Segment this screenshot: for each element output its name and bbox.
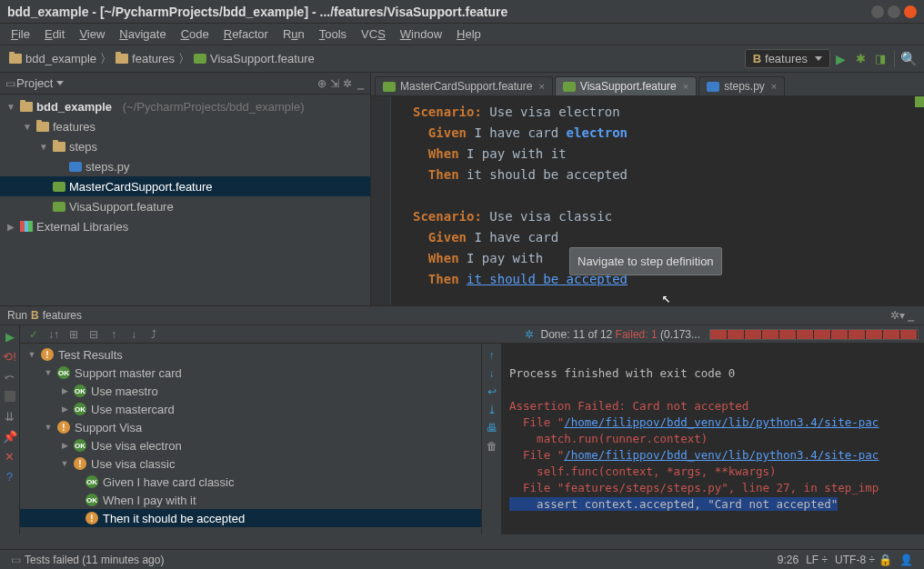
close-icon[interactable]: ✕ xyxy=(3,449,17,464)
clear-icon[interactable]: 🗑 xyxy=(486,440,498,453)
hide-icon[interactable]: ⎯ xyxy=(904,309,917,322)
close-button[interactable] xyxy=(904,5,917,18)
menu-file[interactable]: File xyxy=(5,25,35,43)
tree-node-visa[interactable]: VisaSupport.feature xyxy=(0,196,370,216)
help-icon[interactable]: ? xyxy=(3,469,17,484)
test-toolbar: ✓ ↓↑ ⊞ ⊟ ↑ ↓ ⤴ ✲ Done: 11 of 12 Failed: … xyxy=(20,325,924,344)
project-panel-title: Project xyxy=(16,76,53,90)
menu-view[interactable]: View xyxy=(74,25,110,43)
tree-node-features[interactable]: ▼features xyxy=(0,116,370,136)
expand-all-icon[interactable]: ⊞ xyxy=(65,326,82,343)
pin-icon[interactable]: 📌 xyxy=(3,429,17,444)
menu-code[interactable]: Code xyxy=(176,25,215,43)
sort-icon[interactable]: ↓↑ xyxy=(45,326,62,343)
run-panel-header[interactable]: RunBfeatures ✲▾ ⎯ xyxy=(0,305,924,325)
breadcrumb[interactable]: features xyxy=(112,50,178,67)
caret-position[interactable]: 9:26 xyxy=(778,554,798,566)
file-encoding[interactable]: UTF-8 ÷ xyxy=(835,554,875,566)
menu-refactor[interactable]: Refactor xyxy=(218,25,274,43)
collapse-all-icon[interactable]: ⊟ xyxy=(85,326,102,343)
maximize-button[interactable] xyxy=(888,5,900,18)
breadcrumb[interactable]: bdd_example xyxy=(5,50,100,67)
close-icon[interactable]: × xyxy=(538,81,544,92)
search-icon[interactable]: 🔍 xyxy=(900,51,917,67)
chevron-down-icon[interactable] xyxy=(56,81,64,85)
breadcrumb[interactable]: VisaSupport.feature xyxy=(190,50,318,67)
test-tree[interactable]: ▼!Test Results ▼OKSupport master card ▶O… xyxy=(20,344,482,534)
close-icon[interactable]: × xyxy=(771,81,777,92)
run-panel: ▶ ⟲! ⤺ ⇊ 📌 ✕ ? ✓ ↓↑ ⊞ ⊟ ↑ ↓ ⤴ ✲ Done: 11… xyxy=(0,325,924,534)
status-message: Tests failed (11 minutes ago) xyxy=(25,554,164,566)
gear-icon[interactable]: ✲ xyxy=(521,326,537,343)
down-icon[interactable]: ↓ xyxy=(486,367,498,380)
scroll-from-source-icon[interactable]: ⊕ xyxy=(316,77,328,90)
test-node[interactable]: OKWhen I pay with it xyxy=(20,491,481,509)
prev-failed-icon[interactable]: ↑ xyxy=(105,326,122,343)
console-toolbar: ↑ ↓ ↩ ⤓ 🖶 🗑 xyxy=(482,344,502,534)
debug-button[interactable]: ✱ xyxy=(852,51,869,67)
code-editor[interactable]: Scenario: Use visa electron Given I have… xyxy=(371,96,924,305)
wrap-icon[interactable]: ↩ xyxy=(486,385,498,398)
dump-icon[interactable]: ⇊ xyxy=(3,409,17,424)
editor-gutter xyxy=(371,96,391,305)
up-icon[interactable]: ↑ xyxy=(486,349,498,362)
chevron-down-icon xyxy=(815,56,822,61)
test-node[interactable]: ▼!Support Visa xyxy=(20,418,481,436)
test-node[interactable]: OKGiven I have card classic xyxy=(20,473,481,491)
tree-node-root[interactable]: ▼bdd_example (~/PycharmProjects/bdd_exam… xyxy=(0,96,370,116)
tree-node-mastercard[interactable]: MasterCardSupport.feature xyxy=(0,176,370,196)
settings-icon[interactable]: ✲ xyxy=(341,77,354,90)
menu-help[interactable]: Help xyxy=(451,25,487,43)
run-config-selector[interactable]: Bfeatures xyxy=(745,49,830,68)
tab-visa[interactable]: VisaSupport.feature× xyxy=(555,76,697,95)
status-icon[interactable]: ▭ xyxy=(11,554,21,566)
hide-passed-icon[interactable]: ✓ xyxy=(25,326,42,343)
scroll-to-end-icon[interactable]: ⤓ xyxy=(486,404,498,416)
gear-icon[interactable]: ✲▾ xyxy=(891,309,904,322)
test-node[interactable]: ▶OKUse maestro xyxy=(20,382,481,400)
project-panel: ▭ Project ⊕ ⇲ ✲ ⎯ ▼bdd_example (~/Pychar… xyxy=(0,73,371,305)
close-icon[interactable]: × xyxy=(683,81,688,92)
menu-navigate[interactable]: Navigate xyxy=(114,25,171,43)
lock-icon[interactable]: 🔒 xyxy=(879,554,892,566)
progress-bar xyxy=(709,329,919,340)
rerun-icon[interactable]: ▶ xyxy=(3,329,17,344)
coverage-button[interactable]: ◨ xyxy=(872,51,889,67)
menu-edit[interactable]: Edit xyxy=(39,25,70,43)
collapse-all-icon[interactable]: ⇲ xyxy=(328,77,341,90)
project-tree[interactable]: ▼bdd_example (~/PycharmProjects/bdd_exam… xyxy=(0,95,370,238)
export-icon[interactable]: ⤴ xyxy=(146,326,162,343)
inspector-icon[interactable]: 👤 xyxy=(899,554,913,566)
test-node[interactable]: ▶OKUse mastercard xyxy=(20,400,481,418)
menu-tools[interactable]: Tools xyxy=(314,25,352,43)
print-icon[interactable]: 🖶 xyxy=(486,422,498,434)
test-node[interactable]: ▶OKUse visa electron xyxy=(20,436,481,454)
tab-mastercard[interactable]: MasterCardSupport.feature× xyxy=(375,76,553,95)
menu-run[interactable]: Run xyxy=(277,25,310,43)
stop-icon[interactable] xyxy=(5,391,15,402)
next-failed-icon[interactable]: ↓ xyxy=(126,326,142,343)
run-side-toolbar: ▶ ⟲! ⤺ ⇊ 📌 ✕ ? xyxy=(0,325,20,534)
test-node[interactable]: ▼!Use visa classic xyxy=(20,454,481,473)
tab-steps[interactable]: steps.py× xyxy=(698,76,785,95)
run-button[interactable]: ▶ xyxy=(832,51,849,67)
rerun-failed-icon[interactable]: ⟲! xyxy=(3,349,17,364)
tree-node-steps[interactable]: ▼steps xyxy=(0,136,370,156)
tree-node-external[interactable]: ▶External Libraries xyxy=(0,216,370,236)
library-icon xyxy=(20,221,33,232)
console-output[interactable]: Process finished with exit code 0 Assert… xyxy=(502,344,924,534)
hide-icon[interactable]: ⎯ xyxy=(354,77,367,90)
menu-window[interactable]: Window xyxy=(395,25,447,43)
menu-bar: File Edit View Navigate Code Refactor Ru… xyxy=(0,24,924,45)
tree-node-stepspy[interactable]: steps.py xyxy=(0,156,370,176)
test-node-root[interactable]: ▼!Test Results xyxy=(20,345,481,364)
status-bar: ▭ Tests failed (11 minutes ago) 9:26 LF … xyxy=(0,549,924,569)
line-separator[interactable]: LF ÷ xyxy=(806,554,828,566)
menu-vcs[interactable]: VCS xyxy=(356,25,391,43)
test-node-selected[interactable]: !Then it should be accepted xyxy=(20,509,481,527)
toggle-autotest-icon[interactable]: ⤺ xyxy=(3,369,17,384)
status-stripe xyxy=(915,96,924,107)
test-node[interactable]: ▼OKSupport master card xyxy=(20,364,481,382)
minimize-button[interactable] xyxy=(871,5,884,18)
warn-icon: ! xyxy=(41,348,54,361)
